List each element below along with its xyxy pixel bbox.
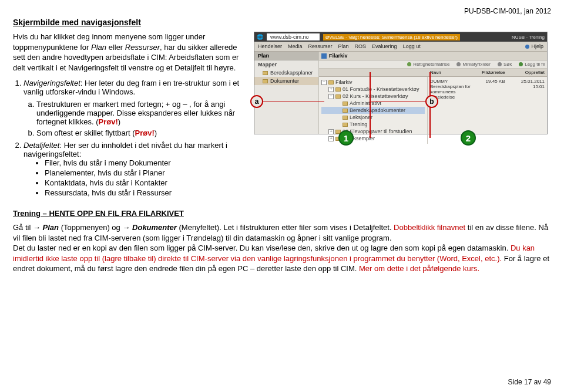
item-b-prov: Prøv! bbox=[135, 129, 155, 137]
browser-topbar: 🌐 www.dsb-cim.no ØVELSE - Valgt hendelse… bbox=[254, 32, 547, 42]
tree-node[interactable]: Leksjoner bbox=[321, 114, 425, 121]
tool-miniatyr[interactable]: Miniatyrbilder bbox=[456, 62, 491, 67]
folder-icon bbox=[263, 71, 268, 75]
toolbar-label: Legg til fil bbox=[525, 62, 545, 67]
item-a: Trestrukturen er markert med fortegn; + … bbox=[36, 100, 242, 126]
url-field: www.dsb-cim.no bbox=[267, 33, 320, 40]
bottom-paragraph: Gå til → Plan (Toppmenyen) og → Dokument… bbox=[13, 222, 551, 274]
expand-icon[interactable]: + bbox=[328, 129, 334, 134]
bp-dokumenter: Dokumenter bbox=[130, 223, 176, 232]
detail-feltet-item: Detaljfeltet: Her ser du innholdet i det… bbox=[24, 141, 242, 197]
arrow-icon: → bbox=[122, 223, 130, 232]
bp-red1: Dobbeltklikk filnavnet bbox=[394, 223, 465, 232]
folder-icon bbox=[343, 123, 348, 127]
tree-node[interactable]: −02 Kurs - Krisestøtteverktøy bbox=[321, 93, 425, 100]
item-a-prov: Prøv! bbox=[99, 117, 118, 126]
filarkiv-icon bbox=[321, 53, 327, 59]
toolbar-label: Rettighetsmatrise bbox=[413, 62, 449, 67]
intro-ressurser: Ressurser bbox=[125, 43, 160, 52]
doc-id: PU-DSB-CIM-001, jan 2012 bbox=[13, 7, 551, 15]
detail-bullets: Filer, hvis du står i meny Dokumenter Pl… bbox=[45, 158, 242, 197]
callout-a: a bbox=[250, 95, 263, 108]
tree-label: 02 Kurs - Krisestøtteverktøy bbox=[343, 93, 408, 99]
item-b: Som oftest er skillet flyttbart (Prøv!) bbox=[36, 129, 242, 137]
globe-icon: 🌐 bbox=[257, 34, 263, 40]
item-b-end: ) bbox=[155, 129, 157, 137]
col-storrelse: Filstørrelse bbox=[480, 70, 510, 75]
tree-label: Beredskapsdokumenter bbox=[350, 107, 405, 113]
left-text-column: Hvis du har klikket deg innom menyene so… bbox=[13, 32, 242, 202]
tool-leggtil[interactable]: Legg til fil bbox=[519, 62, 545, 67]
cim-screenshot: 🌐 www.dsb-cim.no ØVELSE - Valgt hendelse… bbox=[254, 32, 548, 134]
col-opprettet: Opprettet bbox=[510, 70, 545, 75]
file-list: DUMMY Beredskapsplan for kommunens krise… bbox=[428, 77, 547, 144]
tool-sok[interactable]: Søk bbox=[498, 62, 512, 67]
bp-t6: til en av disse filene. bbox=[465, 223, 538, 232]
folder-icon bbox=[343, 109, 348, 113]
bullet-2: Planelementer, hvis du står i Planer bbox=[45, 168, 242, 177]
sidebar-item-label: Dokumenter bbox=[270, 78, 299, 84]
bullet-4: Ressursdata, hvis du står i Ressurser bbox=[45, 188, 242, 197]
tree-node[interactable]: +01 Forstudie - Krisestøtteverktøy bbox=[321, 86, 425, 93]
detail-columns: Navn Filstørrelse Opprettet bbox=[319, 69, 547, 77]
menu-ros[interactable]: ROS bbox=[355, 43, 367, 49]
tree-label: 03 Elevoppgaver til forstudien bbox=[343, 129, 412, 134]
tree-node[interactable]: +04 Eksempler bbox=[321, 135, 425, 142]
menu-plan[interactable]: Plan bbox=[338, 43, 349, 49]
sidebar-dokumenter[interactable]: Dokumenter bbox=[254, 77, 318, 85]
help-link[interactable]: Hjelp bbox=[525, 43, 543, 49]
file-row[interactable]: DUMMY Beredskapsplan for kommunens krise… bbox=[430, 79, 545, 100]
plan-tab[interactable]: Plan bbox=[254, 52, 318, 60]
expand-icon[interactable]: + bbox=[328, 87, 334, 92]
folder-icon bbox=[263, 79, 268, 83]
collapse-icon[interactable]: − bbox=[321, 80, 327, 85]
training-title: Trening – HENTE OPP EN FIL FRA FILARKIVE… bbox=[13, 209, 551, 218]
callout-2: 2 bbox=[461, 130, 476, 146]
section-title: Skjermbilde med navigasjonsfelt bbox=[13, 18, 551, 27]
folder-icon bbox=[335, 94, 341, 99]
menu-ressurser[interactable]: Ressurser bbox=[308, 43, 333, 49]
tree-node[interactable]: −Filarkiv bbox=[321, 79, 425, 86]
tree-node[interactable]: +03 Elevoppgaver til forstudien bbox=[321, 128, 425, 135]
red-arrow-a bbox=[263, 102, 324, 102]
red-divider-1 bbox=[370, 72, 371, 138]
toolbar-label: Miniatyrbilder bbox=[462, 62, 491, 67]
tree-label: Trening bbox=[350, 121, 367, 127]
numbered-list: Navigeringsfeltet: Her leter du deg fram… bbox=[24, 79, 242, 197]
menu-hendelser[interactable]: Hendelser bbox=[258, 43, 282, 49]
collapse-icon[interactable]: − bbox=[328, 94, 334, 99]
tool-rettighets[interactable]: Rettighetsmatrise bbox=[407, 62, 449, 67]
file-name: DUMMY Beredskapsplan for kommunens krise… bbox=[430, 79, 480, 100]
bp-t3: (Toppmenyen) og bbox=[59, 223, 122, 232]
bp-t8: Det du laster ned er en kopi av den file… bbox=[13, 244, 511, 252]
item-a-text: Trestrukturen er markert med fortegn; + … bbox=[36, 100, 235, 126]
bp-t1: Gå til bbox=[13, 223, 33, 232]
tree-node[interactable]: Administrativt bbox=[321, 100, 425, 107]
status-badge: ØVELSE - Valgt hendelse: Svineinfluensa … bbox=[323, 34, 460, 40]
page-footer: Side 17 av 49 bbox=[508, 378, 551, 386]
tree-node[interactable]: Trening bbox=[321, 121, 425, 128]
menu-evaluering[interactable]: Evaluering bbox=[372, 43, 397, 49]
menu-loggut[interactable]: Logg ut bbox=[403, 43, 421, 49]
sidebar-beredskapsplaner[interactable]: Beredskapsplaner bbox=[254, 69, 318, 77]
filarkiv-label: Filarkiv bbox=[329, 53, 348, 59]
file-size: 19.45 KB bbox=[480, 79, 510, 100]
tree-node-selected[interactable]: Beredskapsdokumenter bbox=[321, 107, 425, 114]
bullet-3: Kontaktdata, hvis du står i Kontakter bbox=[45, 178, 242, 187]
org-label: NUSB - Trening bbox=[512, 35, 545, 40]
folder-icon bbox=[328, 80, 334, 85]
spacer bbox=[321, 70, 430, 75]
bp-t5: (Menyfeltet). Let i filstrukturen etter … bbox=[177, 223, 394, 232]
menu-media[interactable]: Media bbox=[288, 43, 303, 49]
item-b-text: Som oftest er skillet flyttbart ( bbox=[36, 129, 135, 137]
tree-label: Filarkiv bbox=[335, 79, 352, 85]
detail-toolbar: Rettighetsmatrise Miniatyrbilder Søk Leg… bbox=[319, 60, 547, 69]
nav-feltet-label: Navigeringsfeltet bbox=[24, 79, 80, 87]
callout-b: b bbox=[425, 95, 438, 108]
expand-icon[interactable]: + bbox=[328, 136, 334, 141]
intro-t2: eller bbox=[106, 43, 125, 52]
filarkiv-header: Filarkiv bbox=[319, 52, 547, 60]
intro-paragraph: Hvis du har klikket deg innom menyene so… bbox=[13, 32, 242, 73]
file-date: 25.01.2011 15:01 bbox=[510, 79, 545, 100]
bp-plan: Plan bbox=[41, 223, 59, 232]
